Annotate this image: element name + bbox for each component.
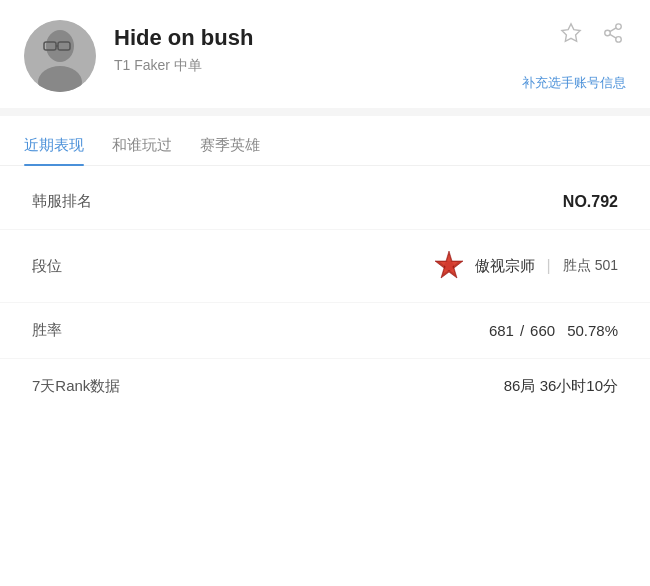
supplement-link[interactable]: 补充选手账号信息 [522,74,626,92]
share-button[interactable] [600,20,626,46]
svg-point-7 [616,24,622,30]
tier-points: 胜点 501 [563,257,618,275]
svg-marker-6 [562,24,580,41]
section-divider [0,108,650,116]
stat-row-tier: 段位 傲视宗师 | 胜点 501 [0,230,650,303]
stat-label-rank: 韩服排名 [32,192,92,211]
tab-bar: 近期表现 和谁玩过 赛季英雄 [0,136,650,166]
player-info: Hide on bush T1 Faker 中单 [114,20,253,75]
tier-badge-icon [431,248,467,284]
stat-label-rankdata: 7天Rank数据 [32,377,120,396]
header-actions [558,20,626,46]
svg-line-11 [610,28,616,32]
stats-section: 韩服排名 NO.792 段位 傲视宗师 | 胜点 501 胜率 [0,166,650,422]
winrate-sep: / [520,322,524,339]
svg-line-10 [610,34,616,38]
profile-header: Hide on bush T1 Faker 中单 补充选手账号信息 [0,0,650,108]
winrate-value: 681 / 660 50.78% [489,322,618,339]
stat-row-winrate: 胜率 681 / 660 50.78% [0,303,650,359]
rankdata-games: 86局 [504,377,536,394]
tier-name: 傲视宗师 [475,257,535,276]
tier-sep: | [547,257,551,275]
avatar [24,20,96,92]
winrate-rate: 50.78% [567,322,618,339]
stat-label-winrate: 胜率 [32,321,62,340]
stat-row-rank: 韩服排名 NO.792 [0,174,650,230]
rankdata-value: 86局 36小时10分 [504,377,618,396]
tab-with[interactable]: 和谁玩过 [112,136,172,165]
winrate-wins: 681 [489,322,514,339]
winrate-losses: 660 [530,322,555,339]
rankdata-hours: 36小时10分 [540,377,618,394]
stat-label-tier: 段位 [32,257,62,276]
svg-point-8 [605,30,611,36]
tab-recent[interactable]: 近期表现 [24,136,84,165]
stat-row-rankdata: 7天Rank数据 86局 36小时10分 [0,359,650,414]
stat-value-rank: NO.792 [563,193,618,211]
tab-season[interactable]: 赛季英雄 [200,136,260,165]
player-subtitle: T1 Faker 中单 [114,57,253,75]
star-button[interactable] [558,20,584,46]
svg-point-9 [616,37,622,42]
tier-value: 傲视宗师 | 胜点 501 [431,248,618,284]
player-name: Hide on bush [114,24,253,53]
